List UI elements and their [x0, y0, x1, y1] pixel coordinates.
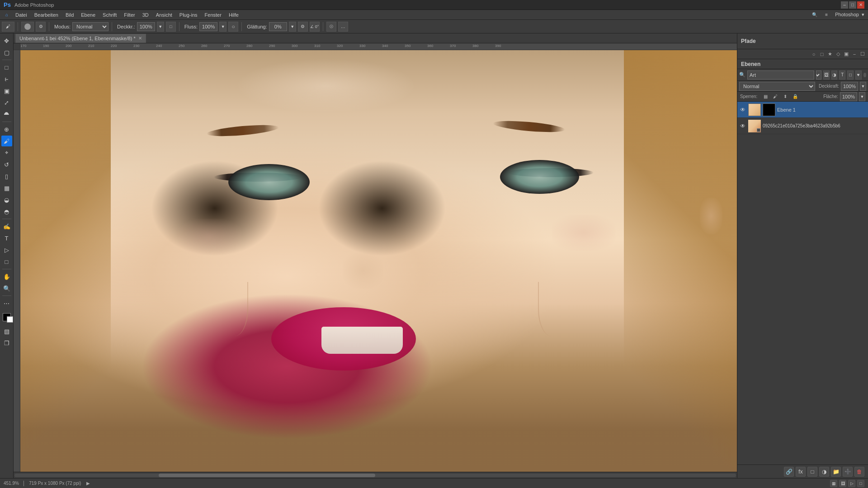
search-top-button[interactable]: 🔍 [810, 10, 820, 20]
lock-all-btn[interactable]: 🔒 [792, 93, 799, 100]
canvas-scrollbar-h[interactable] [14, 472, 737, 478]
panel-icon-square[interactable]: □ [818, 51, 826, 58]
arrange-button[interactable]: ≡ [821, 10, 831, 20]
tool-blur[interactable]: ◒ [1, 194, 12, 205]
menu-fenster[interactable]: Fenster [201, 11, 225, 19]
menu-ebene[interactable]: Ebene [77, 11, 99, 19]
glaettung-settings-btn[interactable]: ⚙ [298, 22, 308, 32]
brush-settings-btn[interactable]: ⚙ [36, 22, 46, 32]
flache-input[interactable]: 100% [840, 92, 857, 101]
layer-item-smartobj[interactable]: 👁 □ 09265c21e010a725e3ba4623a92b5b6 [737, 118, 868, 134]
menu-3d[interactable]: 3D [139, 11, 152, 19]
status-mask-btn[interactable]: □ [857, 480, 864, 487]
tool-gradient[interactable]: ▦ [1, 183, 12, 193]
tool-dodge[interactable]: ◓ [1, 206, 12, 217]
ebenen-text-btn[interactable]: T [839, 70, 845, 80]
symmetry-btn[interactable]: ⦾ [326, 22, 336, 32]
menu-bearbeiten[interactable]: Bearbeiten [31, 11, 62, 19]
glaettung-input[interactable]: 0% [269, 22, 287, 31]
delete-layer-btn[interactable]: 🗑 [854, 467, 864, 477]
panel-icon-minimize[interactable]: − [851, 51, 858, 58]
add-mask-btn[interactable]: □ [807, 467, 817, 477]
lock-transparency-btn[interactable]: ▦ [762, 93, 769, 100]
panel-icon-star[interactable]: ★ [826, 51, 834, 58]
panel-icon-diamond[interactable]: ◇ [835, 51, 842, 58]
tool-zoom[interactable]: 🔍 [1, 283, 12, 294]
titlebar-controls[interactable]: – □ ✕ [841, 1, 864, 9]
tool-hand[interactable]: ✋ [1, 271, 12, 282]
tool-crop[interactable]: ⤢ [1, 97, 12, 108]
tool-brush[interactable]: 🖌 [1, 136, 12, 146]
fluss-input[interactable]: 100% [199, 22, 217, 31]
tool-pen[interactable]: ✍ [1, 221, 12, 232]
status-grid-btn[interactable]: ▦ [830, 480, 837, 487]
tool-eraser[interactable]: ▯ [1, 171, 12, 182]
menu-datei[interactable]: Datei [12, 11, 31, 19]
extra-btn[interactable]: … [338, 22, 348, 32]
angle-btn[interactable]: ∠ 0° [310, 22, 320, 32]
deckkraft-value-input[interactable]: 100% [841, 82, 858, 91]
ebenen-image-btn[interactable]: 🖼 [823, 70, 830, 80]
link-layers-btn[interactable]: 🔗 [784, 467, 794, 477]
tool-marquee[interactable]: □ [1, 62, 12, 73]
layer-visibility-1[interactable]: 👁 [739, 106, 746, 113]
status-action-btn[interactable]: ▷ [848, 480, 855, 487]
layer-visibility-2[interactable]: 👁 [739, 122, 746, 130]
panel-icon-rect[interactable]: ▣ [843, 51, 850, 58]
tool-screen-mode[interactable]: ❐ [1, 338, 12, 348]
tool-path-select[interactable]: ▷ [1, 244, 12, 255]
tool-history-brush[interactable]: ↺ [1, 159, 12, 170]
tool-lasso[interactable]: ⥼ [1, 74, 12, 84]
layer-item-ebene1[interactable]: 👁 Ebene 1 [737, 102, 868, 118]
tool-more[interactable]: ⋯ [1, 298, 12, 309]
blend-mode-dropdown[interactable]: Normal Multiplizieren [739, 82, 815, 91]
canvas-container[interactable] [20, 50, 737, 472]
close-button[interactable]: ✕ [857, 1, 864, 9]
lock-image-btn[interactable]: 🖌 [772, 93, 779, 100]
tool-clone[interactable]: ⌖ [1, 147, 12, 158]
modus-dropdown[interactable]: Normal Multiplizieren Abwedeln [72, 22, 108, 31]
deckkraft-input[interactable]: 100% [137, 22, 155, 31]
deckkraft-arrow[interactable]: ▼ [860, 82, 866, 91]
workspace-button[interactable]: Photoshop ▾ [833, 10, 866, 20]
maximize-button[interactable]: □ [849, 1, 856, 9]
lock-position-btn[interactable]: ⬍ [782, 93, 789, 100]
deckkraft-btn[interactable]: ▼ [157, 22, 164, 32]
tool-healing[interactable]: ⊕ [1, 124, 12, 135]
new-fill-btn[interactable]: ◑ [819, 467, 829, 477]
tool-shape[interactable]: □ [1, 256, 12, 267]
minimize-button[interactable]: – [841, 1, 848, 9]
ebenen-type-dropdown[interactable]: ▼ [816, 70, 821, 80]
status-image-btn[interactable]: 🖼 [839, 480, 846, 487]
foreground-color[interactable] [3, 313, 11, 321]
status-arrow[interactable]: ▶ [86, 481, 90, 486]
document-tab[interactable]: Unbenannt-1 bei 452% (Ebene 1, Ebenenmas… [15, 34, 146, 43]
brush-mode-selector[interactable]: 🖌 [2, 22, 14, 32]
flache-arrow[interactable]: ▼ [859, 92, 865, 101]
tool-artboard[interactable]: ▢ [1, 47, 12, 58]
pressure-btn[interactable]: □ [166, 22, 176, 32]
menu-ansicht[interactable]: Ansicht [152, 11, 176, 19]
ebenen-search-input[interactable] [747, 70, 814, 80]
panel-icon-maximize[interactable]: ☐ [859, 51, 866, 58]
brush-preset-btn[interactable] [21, 22, 34, 32]
menu-filter[interactable]: Filter [120, 11, 138, 19]
menu-bild[interactable]: Bild [62, 11, 77, 19]
ebenen-adjust-btn[interactable]: ◑ [831, 70, 838, 80]
tool-move[interactable]: ✥ [1, 35, 12, 46]
tool-quick-mask[interactable]: ▧ [1, 326, 12, 337]
home-button[interactable]: ⌂ [2, 10, 12, 20]
glaettung-dropdown-btn[interactable]: ▼ [289, 22, 296, 32]
panel-icon-circle[interactable]: ○ [810, 51, 817, 58]
tool-text[interactable]: T [1, 233, 12, 244]
menu-hilfe[interactable]: Hilfe [225, 11, 242, 19]
tool-eyedropper[interactable]: ⯊ [1, 109, 12, 120]
tab-close-icon[interactable]: ✕ [138, 36, 142, 41]
ebenen-shape-btn[interactable]: □ [847, 70, 854, 80]
fluss-btn[interactable]: ▼ [219, 22, 226, 32]
tool-object-selection[interactable]: ▣ [1, 85, 12, 96]
menu-plugins[interactable]: Plug-ins [176, 11, 201, 19]
scrollbar-thumb-h[interactable] [159, 474, 375, 477]
ebenen-effect-btn[interactable]: ♥ [855, 70, 862, 80]
new-group-btn[interactable]: 📁 [831, 467, 841, 477]
